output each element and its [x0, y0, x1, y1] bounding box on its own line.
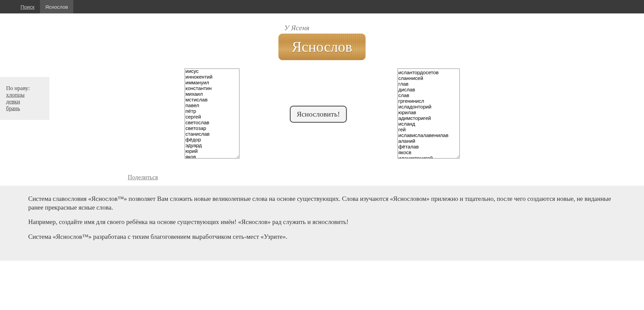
pretitle: У Ясеня [0, 24, 644, 32]
input-words-textarea[interactable] [185, 69, 239, 159]
description-footer: Система славословия «Яснослов™» позволяе… [0, 186, 644, 261]
output-words-textarea[interactable] [397, 69, 460, 159]
description-paragraph: Система «Яснослов™» разработана с тихим … [28, 232, 616, 241]
description-paragraph: Система славословия «Яснослов™» позволяе… [28, 194, 616, 212]
nav-search-link[interactable]: Поиск [15, 0, 40, 13]
action-column: Яснословить! [239, 106, 397, 123]
share-link[interactable]: Поделиться [128, 174, 158, 181]
sidebar-link[interactable]: брань [6, 105, 43, 112]
generate-button[interactable]: Яснословить! [290, 106, 347, 123]
nav-app-link[interactable]: Яснослов [40, 0, 74, 13]
top-navbar: Поиск Яснослов [0, 0, 644, 13]
output-column [397, 69, 460, 160]
description-paragraph: Например, создайте имя для своего ребёнк… [28, 218, 616, 226]
sidebar-favorites: По нраву: хлопцы девки брань [0, 77, 49, 120]
main-area: Яснословить! [0, 69, 644, 160]
header: У Ясеня Яснослов [0, 13, 644, 60]
sidebar-heading: По нраву: [6, 85, 43, 92]
share-row: Поделиться [128, 174, 644, 181]
sidebar-link[interactable]: хлопцы [6, 92, 43, 98]
input-column [185, 69, 239, 160]
sidebar-link[interactable]: девки [6, 98, 43, 105]
app-title-banner: Яснослов [278, 34, 366, 60]
